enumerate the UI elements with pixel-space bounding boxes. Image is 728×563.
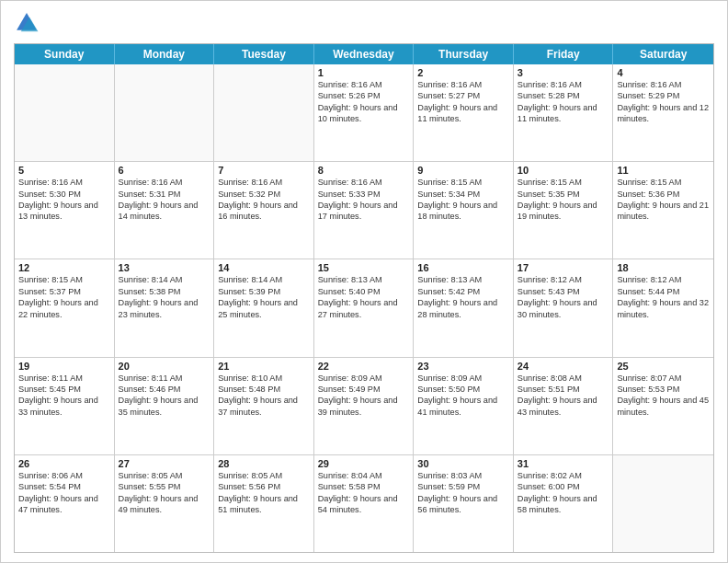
day-number: 26	[18, 458, 110, 469]
day-cell-6: 6Sunrise: 8:16 AMSunset: 5:31 PMDaylight…	[115, 162, 215, 259]
day-number: 24	[518, 361, 609, 372]
sunrise-text: Sunrise: 8:15 AM	[518, 177, 609, 188]
sunrise-text: Sunrise: 8:06 AM	[18, 470, 110, 481]
sunset-text: Sunset: 5:48 PM	[218, 384, 310, 395]
day-number: 3	[518, 67, 609, 78]
day-cell-9: 9Sunrise: 8:15 AMSunset: 5:34 PMDaylight…	[414, 162, 514, 259]
day-number: 7	[218, 165, 310, 176]
day-number: 29	[318, 458, 410, 469]
header-day-tuesday: Tuesday	[214, 44, 314, 64]
sunset-text: Sunset: 6:00 PM	[518, 481, 609, 492]
sunrise-text: Sunrise: 8:08 AM	[518, 373, 609, 384]
calendar-header: SundayMondayTuesdayWednesdayThursdayFrid…	[15, 44, 713, 64]
daylight-text: Daylight: 9 hours and 30 minutes.	[518, 297, 609, 320]
sunset-text: Sunset: 5:26 PM	[318, 90, 410, 101]
sunset-text: Sunset: 5:32 PM	[218, 189, 310, 200]
daylight-text: Daylight: 9 hours and 19 minutes.	[518, 200, 609, 223]
sunset-text: Sunset: 5:39 PM	[218, 286, 310, 297]
day-cell-13: 13Sunrise: 8:14 AMSunset: 5:38 PMDayligh…	[115, 259, 215, 356]
sunset-text: Sunset: 5:43 PM	[518, 286, 609, 297]
sunset-text: Sunset: 5:40 PM	[318, 286, 410, 297]
sunrise-text: Sunrise: 8:12 AM	[617, 274, 710, 285]
sunset-text: Sunset: 5:31 PM	[119, 189, 210, 200]
empty-cell	[214, 64, 314, 161]
daylight-text: Daylight: 9 hours and 37 minutes.	[218, 395, 310, 418]
day-number: 23	[417, 361, 509, 372]
sunrise-text: Sunrise: 8:16 AM	[318, 79, 410, 90]
week-row-3: 12Sunrise: 8:15 AMSunset: 5:37 PMDayligh…	[15, 259, 713, 357]
sunrise-text: Sunrise: 8:15 AM	[417, 177, 509, 188]
page: SundayMondayTuesdayWednesdayThursdayFrid…	[0, 0, 728, 563]
day-cell-14: 14Sunrise: 8:14 AMSunset: 5:39 PMDayligh…	[214, 259, 314, 356]
day-number: 10	[518, 165, 609, 176]
calendar-body: 1Sunrise: 8:16 AMSunset: 5:26 PMDaylight…	[15, 64, 713, 552]
sunset-text: Sunset: 5:56 PM	[218, 481, 310, 492]
day-cell-29: 29Sunrise: 8:04 AMSunset: 5:58 PMDayligh…	[314, 455, 415, 552]
sunrise-text: Sunrise: 8:09 AM	[417, 373, 509, 384]
day-number: 18	[617, 262, 710, 273]
sunrise-text: Sunrise: 8:16 AM	[18, 177, 110, 188]
day-cell-2: 2Sunrise: 8:16 AMSunset: 5:27 PMDaylight…	[414, 64, 514, 161]
day-number: 4	[617, 67, 710, 78]
sunset-text: Sunset: 5:59 PM	[417, 481, 509, 492]
sunset-text: Sunset: 5:30 PM	[18, 189, 110, 200]
day-cell-25: 25Sunrise: 8:07 AMSunset: 5:53 PMDayligh…	[613, 358, 713, 454]
logo-icon	[14, 10, 40, 36]
sunrise-text: Sunrise: 8:16 AM	[218, 177, 310, 188]
week-row-2: 5Sunrise: 8:16 AMSunset: 5:30 PMDaylight…	[15, 162, 713, 259]
daylight-text: Daylight: 9 hours and 56 minutes.	[417, 493, 509, 516]
day-number: 9	[417, 165, 509, 176]
daylight-text: Daylight: 9 hours and 11 minutes.	[417, 102, 509, 125]
day-cell-1: 1Sunrise: 8:16 AMSunset: 5:26 PMDaylight…	[314, 64, 415, 161]
sunrise-text: Sunrise: 8:11 AM	[18, 373, 110, 384]
day-number: 20	[119, 361, 210, 372]
daylight-text: Daylight: 9 hours and 43 minutes.	[518, 395, 609, 418]
day-number: 22	[318, 361, 410, 372]
header-day-sunday: Sunday	[15, 44, 115, 64]
sunset-text: Sunset: 5:33 PM	[318, 189, 410, 200]
header-day-thursday: Thursday	[414, 44, 514, 64]
calendar: SundayMondayTuesdayWednesdayThursdayFrid…	[14, 43, 714, 553]
daylight-text: Daylight: 9 hours and 28 minutes.	[417, 297, 509, 320]
sunrise-text: Sunrise: 8:10 AM	[218, 373, 310, 384]
sunrise-text: Sunrise: 8:12 AM	[518, 274, 609, 285]
week-row-1: 1Sunrise: 8:16 AMSunset: 5:26 PMDaylight…	[15, 64, 713, 162]
daylight-text: Daylight: 9 hours and 47 minutes.	[18, 493, 110, 516]
daylight-text: Daylight: 9 hours and 39 minutes.	[318, 395, 410, 418]
sunrise-text: Sunrise: 8:09 AM	[318, 373, 410, 384]
day-cell-7: 7Sunrise: 8:16 AMSunset: 5:32 PMDaylight…	[214, 162, 314, 259]
sunrise-text: Sunrise: 8:04 AM	[318, 470, 410, 481]
day-cell-3: 3Sunrise: 8:16 AMSunset: 5:28 PMDaylight…	[514, 64, 614, 161]
sunrise-text: Sunrise: 8:02 AM	[518, 470, 609, 481]
sunset-text: Sunset: 5:38 PM	[119, 286, 210, 297]
sunset-text: Sunset: 5:28 PM	[518, 90, 609, 101]
sunset-text: Sunset: 5:45 PM	[18, 384, 110, 395]
day-cell-5: 5Sunrise: 8:16 AMSunset: 5:30 PMDaylight…	[15, 162, 115, 259]
daylight-text: Daylight: 9 hours and 10 minutes.	[318, 102, 410, 125]
sunrise-text: Sunrise: 8:15 AM	[617, 177, 710, 188]
day-number: 14	[218, 262, 310, 273]
day-number: 31	[518, 458, 609, 469]
daylight-text: Daylight: 9 hours and 32 minutes.	[617, 297, 710, 320]
daylight-text: Daylight: 9 hours and 21 minutes.	[617, 200, 710, 223]
sunrise-text: Sunrise: 8:16 AM	[518, 79, 609, 90]
sunrise-text: Sunrise: 8:13 AM	[417, 274, 509, 285]
sunrise-text: Sunrise: 8:15 AM	[18, 274, 110, 285]
sunset-text: Sunset: 5:51 PM	[518, 384, 609, 395]
sunrise-text: Sunrise: 8:16 AM	[119, 177, 210, 188]
header-day-wednesday: Wednesday	[314, 44, 415, 64]
day-cell-20: 20Sunrise: 8:11 AMSunset: 5:46 PMDayligh…	[115, 358, 215, 454]
empty-cell	[115, 64, 215, 161]
daylight-text: Daylight: 9 hours and 35 minutes.	[119, 395, 210, 418]
daylight-text: Daylight: 9 hours and 58 minutes.	[518, 493, 609, 516]
header	[14, 10, 714, 36]
day-number: 30	[417, 458, 509, 469]
day-cell-26: 26Sunrise: 8:06 AMSunset: 5:54 PMDayligh…	[15, 455, 115, 552]
sunset-text: Sunset: 5:50 PM	[417, 384, 509, 395]
day-number: 17	[518, 262, 609, 273]
header-day-saturday: Saturday	[613, 44, 713, 64]
daylight-text: Daylight: 9 hours and 27 minutes.	[318, 297, 410, 320]
day-number: 16	[417, 262, 509, 273]
logo	[14, 10, 43, 36]
day-number: 25	[617, 361, 710, 372]
